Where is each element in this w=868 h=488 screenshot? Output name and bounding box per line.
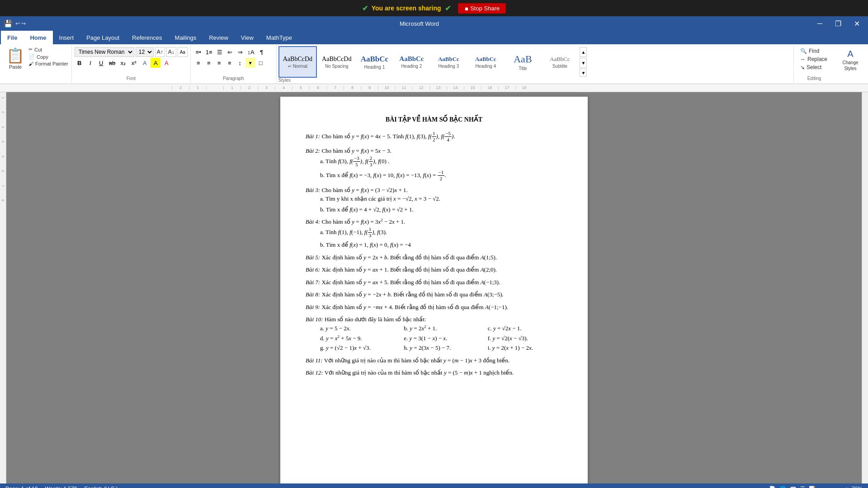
restore-button[interactable]: ❐ xyxy=(830,18,846,30)
tab-insert[interactable]: Insert xyxy=(53,31,80,44)
cut-item[interactable]: ✂ Cut xyxy=(27,46,70,53)
replace-button[interactable]: ↔ Replace xyxy=(797,55,831,63)
styles-group: AaBbCcDd ↵ Normal AaBbCcDd No Spacing Aa… xyxy=(277,45,794,83)
ex2-a: a. Tính f(3), f(−35), f(23), f(0) . xyxy=(320,155,562,168)
border-button[interactable]: □ xyxy=(256,58,266,68)
text-effect-button[interactable]: A xyxy=(140,58,150,68)
style-normal[interactable]: AaBbCcDd ↵ Normal xyxy=(278,46,317,78)
replace-icon: ↔ xyxy=(800,56,806,62)
numbering-button[interactable]: 1≡ xyxy=(204,47,214,57)
ruler-mark: 13 xyxy=(429,86,447,90)
style-heading1[interactable]: AaBbCc Heading 1 xyxy=(356,46,392,78)
superscript-button[interactable]: x² xyxy=(129,58,139,68)
tab-page-layout[interactable]: Page Layout xyxy=(80,31,126,44)
underline-button[interactable]: U xyxy=(96,58,106,68)
style-more[interactable]: ▼ xyxy=(580,69,587,77)
style-scroll-down[interactable]: ▼ xyxy=(580,58,587,68)
highlight-button[interactable]: A xyxy=(151,58,160,68)
italic-button[interactable]: I xyxy=(85,58,95,68)
ex3-b: b. Tìm x để f(x) = 4 + √2, f(x) = √2 + 1… xyxy=(320,205,562,214)
ruler-mark: 10 xyxy=(378,86,395,90)
tab-references[interactable]: References xyxy=(126,31,168,44)
ex10-a: a. y = 5 − 2x. xyxy=(320,324,395,333)
ruler-mark: 5 xyxy=(292,86,309,90)
view-draft-icon[interactable]: 📝 xyxy=(809,486,816,488)
tab-review[interactable]: Review xyxy=(203,31,235,44)
ex10-ghi: g. y = (√2 − 1)x + √3. h. y = 2(3x − 5) … xyxy=(320,343,562,352)
clipboard-group: 📋 Paste ✂ Cut 📄 Copy 🖌 Format Painter xyxy=(2,45,72,83)
status-bar-right: 📄 🌐 📖 ☰ 📝 − ──── + 76% xyxy=(769,486,863,488)
increase-indent-button[interactable]: ⇒ xyxy=(236,47,245,57)
stop-share-button[interactable]: ⏹ Stop Share xyxy=(458,3,506,14)
style-scroll-up[interactable]: ▲ xyxy=(580,47,587,57)
paste-button[interactable]: 📋 Paste xyxy=(4,46,27,82)
ex10-b: b. y = 2x2 + 1. xyxy=(404,324,478,333)
screen-share-text: ✔ You are screen sharing ✔ xyxy=(362,4,451,13)
style-no-spacing[interactable]: AaBbCcDd No Spacing xyxy=(318,46,355,78)
scroll-area[interactable]: BÀI TẬP VỀ HÀM SỐ BẬC NHẤT Bài 1: Cho hà… xyxy=(6,92,862,483)
shading-button[interactable]: ▼ xyxy=(245,58,255,68)
editing-group-label: Editing xyxy=(797,76,831,81)
bold-button[interactable]: B xyxy=(75,58,85,68)
decrease-indent-button[interactable]: ⇐ xyxy=(225,47,235,57)
page-bar-marker7: 7 xyxy=(1,185,5,187)
increase-font-button[interactable]: A↑ xyxy=(155,47,165,57)
minimize-button[interactable]: ─ xyxy=(813,18,827,29)
justify-button[interactable]: ≡ xyxy=(225,58,235,68)
ex10-e: e. y = 3(1 − x) − x. xyxy=(404,334,478,343)
ex2-b: b. Tìm x để f(x) = −3, f(x) = 10, f(x) =… xyxy=(320,169,562,182)
exercise-9: Bài 9: Xác định hàm số y = −mx + 4. Biết… xyxy=(306,303,562,312)
change-styles-area: A Change Styles xyxy=(835,45,866,83)
style-subtitle[interactable]: AaBbCc Subtitle xyxy=(542,46,578,78)
paste-label: Paste xyxy=(9,64,22,70)
ex3-a: a. Tìm y khi x nhận các giá trị x = −√2,… xyxy=(320,194,562,203)
line-spacing-button[interactable]: ↕ xyxy=(235,58,245,68)
tab-mailings[interactable]: Mailings xyxy=(169,31,203,44)
sort-button[interactable]: ↕A xyxy=(246,47,256,57)
ex10-d: d. y = x2 + 5x − 9. xyxy=(320,334,395,343)
format-painter-item[interactable]: 🖌 Format Painter xyxy=(27,61,70,67)
find-button[interactable]: 🔍 Find xyxy=(797,47,831,55)
zoom-in-button[interactable]: + xyxy=(845,486,848,488)
select-button[interactable]: ↘ Select xyxy=(797,63,831,71)
style-title[interactable]: AaB Title xyxy=(505,46,541,78)
multilevel-list-button[interactable]: ☰ xyxy=(215,47,225,57)
find-icon: 🔍 xyxy=(800,48,807,54)
view-read-icon[interactable]: 📖 xyxy=(790,486,797,488)
change-styles-button[interactable]: A Change Styles xyxy=(839,47,862,73)
exercise-12: Bài 12: Với những giá trị nào của m thì … xyxy=(306,368,562,377)
font-size-select[interactable]: 12 xyxy=(136,47,154,57)
bullets-button[interactable]: ≡• xyxy=(193,47,203,57)
tab-view[interactable]: View xyxy=(235,31,260,44)
strikethrough-button[interactable]: ab xyxy=(107,58,117,68)
font-name-select[interactable]: Times New Roman xyxy=(75,47,134,57)
style-heading2[interactable]: AaBbCc Heading 2 xyxy=(393,46,429,78)
ruler-mark xyxy=(206,86,223,90)
ex10-h: h. y = 2(3x − 5) − 7. xyxy=(404,343,478,352)
style-heading3[interactable]: AaBbCc Heading 3 xyxy=(430,46,467,78)
copy-item[interactable]: 📄 Copy xyxy=(27,53,70,60)
tab-home[interactable]: Home xyxy=(24,31,52,44)
align-center-button[interactable]: ≡ xyxy=(204,58,214,68)
doc-area: 1 2 3 4 5 6 7 8 BÀI TẬP VỀ HÀM SỐ BẬC NH… xyxy=(0,92,868,483)
clipboard-sub-items: ✂ Cut 📄 Copy 🖌 Format Painter xyxy=(27,46,70,82)
clear-format-button[interactable]: Aa xyxy=(178,47,188,57)
view-outline-icon[interactable]: ☰ xyxy=(800,486,805,488)
font-color-button[interactable]: A xyxy=(161,58,171,68)
tab-file[interactable]: File xyxy=(1,31,24,44)
view-web-icon[interactable]: 🌐 xyxy=(779,486,786,488)
decrease-font-button[interactable]: A↓ xyxy=(166,47,176,57)
zoom-out-button[interactable]: − xyxy=(819,486,822,488)
view-print-icon[interactable]: 📄 xyxy=(769,486,776,488)
zoom-slider[interactable]: ──── xyxy=(826,486,841,488)
close-button[interactable]: ✕ xyxy=(849,18,864,30)
title-bar-center: Microsoft Word xyxy=(26,20,812,27)
show-formatting-button[interactable]: ¶ xyxy=(257,47,267,57)
subscript-button[interactable]: x₂ xyxy=(118,58,128,68)
exercise-3: Bài 3: Cho hàm số y = f(x) = (3 − √2)x +… xyxy=(306,186,562,214)
align-right-button[interactable]: ≡ xyxy=(214,58,224,68)
ex3-intro: Bài 3: Cho hàm số y = f(x) = (3 − √2)x +… xyxy=(306,186,562,195)
align-left-button[interactable]: ≡ xyxy=(193,58,203,68)
style-heading4[interactable]: AaBbCc Heading 4 xyxy=(467,46,504,78)
tab-mathtype[interactable]: MathType xyxy=(260,31,298,44)
